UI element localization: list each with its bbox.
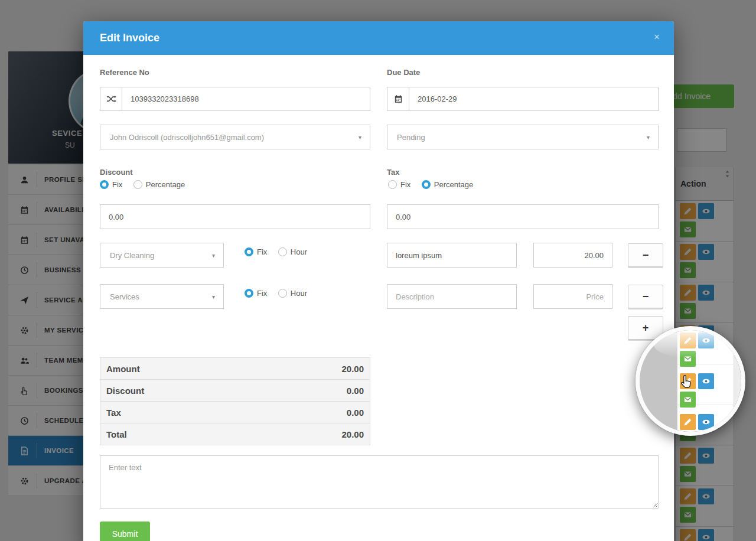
reference-group [100, 87, 370, 111]
service-select[interactable]: Services ▾ [100, 284, 224, 309]
status-select-value: Pending [397, 133, 425, 142]
view-button[interactable] [698, 333, 714, 348]
edit-invoice-modal: Edit Invoice × Reference No Due Date Joh… [83, 21, 674, 541]
chevron-down-icon: ▾ [212, 294, 215, 300]
reference-label: Reference No [100, 68, 149, 77]
discount-fix-radio[interactable] [100, 180, 109, 189]
rate-radio-group: Fix Hour [245, 288, 315, 298]
tax-label: Tax [387, 168, 399, 177]
price-input[interactable] [533, 243, 612, 268]
summary-row-discount: Discount 0.00 [100, 379, 370, 401]
rate-hour-radio[interactable] [278, 247, 287, 256]
pencil-icon [683, 336, 692, 345]
calendar-icon[interactable] [387, 87, 409, 111]
customer-select-value: John Odriscoll (odriscolljohn651@gmail.c… [110, 133, 264, 142]
rate-fix-radio[interactable] [245, 289, 253, 298]
envelope-icon [683, 354, 692, 363]
chevron-down-icon: ▾ [212, 252, 215, 259]
magnifier-circle [636, 326, 745, 436]
magnifier-content [640, 330, 741, 432]
summary-row-tax: Tax 0.00 [100, 401, 370, 423]
price-input[interactable] [533, 284, 612, 309]
cursor-hand-icon [679, 374, 695, 390]
tax-fix-radio[interactable] [388, 180, 397, 189]
edit-button[interactable] [680, 333, 696, 348]
chevron-down-icon: ▾ [359, 134, 361, 141]
eye-icon [702, 418, 711, 426]
discount-amount-input[interactable] [100, 204, 370, 229]
modal-header: Edit Invoice × [83, 21, 674, 55]
tax-radio-group: Fix Percentage [388, 179, 481, 190]
discount-label: Discount [100, 168, 133, 177]
rate-radio-group: Fix Hour [245, 246, 315, 257]
chevron-down-icon: ▾ [647, 134, 650, 141]
eye-icon [702, 377, 711, 386]
summary-row-total: Total 20.00 [100, 423, 370, 445]
due-date-label: Due Date [387, 68, 420, 77]
minus-icon: − [643, 291, 649, 303]
minus-icon: − [643, 249, 649, 262]
invoice-summary: Amount 20.00 Discount 0.00 Tax 0.00 Tota… [100, 357, 370, 445]
edit-button[interactable] [680, 414, 696, 430]
discount-radio-group: Fix Percentage [100, 179, 193, 190]
shuffle-icon[interactable] [100, 87, 122, 111]
screen: SEVICE P SU PROFILE SET AVAILABILIT SET … [0, 0, 756, 541]
view-button[interactable] [698, 414, 714, 430]
summary-row-amount: Amount 20.00 [100, 358, 370, 379]
due-date-group [387, 87, 659, 111]
remove-row-button[interactable]: − [628, 243, 663, 267]
submit-button[interactable]: Submit [100, 522, 150, 541]
reference-input[interactable] [122, 87, 370, 111]
status-select[interactable]: Pending ▾ [387, 125, 659, 149]
rate-hour-radio[interactable] [278, 289, 287, 298]
envelope-icon [683, 395, 692, 404]
pencil-icon [683, 418, 692, 426]
service-select-value: Dry Cleaning [110, 251, 154, 260]
service-select[interactable]: Dry Cleaning ▾ [100, 243, 224, 268]
customer-select[interactable]: John Odriscoll (odriscolljohn651@gmail.c… [100, 125, 370, 149]
remove-row-button[interactable]: − [628, 285, 663, 308]
description-input[interactable] [387, 243, 517, 268]
rate-fix-radio[interactable] [245, 247, 253, 256]
close-icon[interactable]: × [654, 31, 660, 43]
tax-percentage-radio[interactable] [422, 180, 431, 189]
description-input[interactable] [387, 284, 517, 309]
tax-amount-input[interactable] [387, 204, 659, 229]
view-button[interactable] [698, 373, 714, 389]
service-select-value: Services [110, 292, 139, 301]
modal-title: Edit Invoice [100, 21, 159, 55]
eye-icon [702, 336, 711, 345]
due-date-input[interactable] [409, 87, 659, 111]
notes-textarea[interactable] [100, 455, 659, 509]
plus-icon: + [643, 322, 649, 334]
discount-percentage-radio[interactable] [133, 180, 142, 189]
